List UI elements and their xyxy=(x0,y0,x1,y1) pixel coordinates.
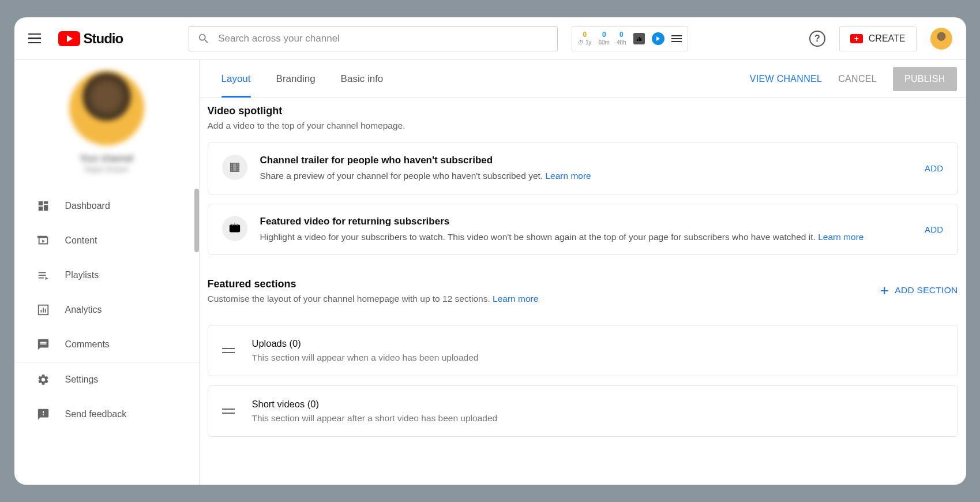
card-body: Featured video for returning subscribers… xyxy=(260,216,912,243)
svg-rect-4 xyxy=(43,201,47,204)
settings-icon xyxy=(36,373,50,387)
svg-rect-7 xyxy=(38,272,46,274)
learn-more-link[interactable]: Learn more xyxy=(493,294,538,304)
section-desc: This section will appear when a video ha… xyxy=(252,353,479,363)
content-icon xyxy=(36,234,50,248)
learn-more-link[interactable]: Learn more xyxy=(818,232,863,242)
stats-menu-icon[interactable] xyxy=(671,35,682,42)
sidebar-label: Analytics xyxy=(65,305,102,315)
stat-48h: 048h xyxy=(617,31,626,45)
svg-rect-11 xyxy=(40,310,42,313)
featured-video-icon xyxy=(222,216,247,241)
tab-basic-info[interactable]: Basic info xyxy=(328,60,396,98)
film-icon xyxy=(222,155,247,180)
sidebar-nav: Dashboard Content Playlists Analytics Co… xyxy=(14,189,199,432)
create-label: CREATE xyxy=(869,33,906,44)
sidebar-label: Comments xyxy=(65,339,110,350)
dashboard-icon xyxy=(36,199,50,213)
section-title: Uploads (0) xyxy=(252,338,479,349)
drag-handle-icon[interactable] xyxy=(222,348,235,353)
publish-button[interactable]: PUBLISH xyxy=(893,67,957,91)
sidebar-item-feedback[interactable]: Send feedback xyxy=(14,397,199,432)
stats-play-icon xyxy=(652,32,664,45)
top-header: Studio 0⏱ 1y 060m 048h ? CREATE xyxy=(14,17,966,60)
youtube-icon xyxy=(58,31,80,46)
stat-1y: 0⏱ 1y xyxy=(578,31,591,45)
tab-actions: VIEW CHANNEL CANCEL PUBLISH xyxy=(750,67,957,91)
svg-rect-12 xyxy=(43,308,44,312)
add-section-button[interactable]: + ADD SECTION xyxy=(880,283,958,298)
tab-layout[interactable]: Layout xyxy=(209,60,264,98)
sidebar-label: Playlists xyxy=(65,270,99,280)
body: Your channel Ralph Robert Dashboard Cont… xyxy=(14,60,966,485)
tab-bar: Layout Branding Basic info VIEW CHANNEL … xyxy=(200,60,966,98)
sidebar-item-analytics[interactable]: Analytics xyxy=(14,293,199,327)
search-icon xyxy=(197,32,210,45)
svg-rect-14 xyxy=(229,224,239,232)
svg-rect-5 xyxy=(43,205,47,211)
video-spotlight-desc: Add a video to the top of your channel h… xyxy=(208,121,958,131)
search-box[interactable] xyxy=(189,26,558,51)
card-text: Share a preview of your channel for peop… xyxy=(260,170,912,182)
create-button[interactable]: CREATE xyxy=(839,26,917,51)
featured-sections-title: Featured sections xyxy=(208,278,880,290)
section-short-videos: Short videos (0) This section will appea… xyxy=(208,385,958,437)
analytics-icon xyxy=(36,303,50,317)
plus-icon: + xyxy=(880,283,889,298)
sidebar-item-settings[interactable]: Settings xyxy=(14,362,199,397)
cancel-button[interactable]: CANCEL xyxy=(838,74,877,84)
section-title: Short videos (0) xyxy=(252,399,498,410)
section-uploads: Uploads (0) This section will appear whe… xyxy=(208,325,958,376)
featured-sections-header: Featured sections Customise the layout o… xyxy=(208,278,958,316)
sidebar-label: Content xyxy=(65,235,97,246)
create-video-icon xyxy=(850,34,863,43)
channel-name: Ralph Robert xyxy=(84,165,129,174)
sidebar-label: Settings xyxy=(65,374,99,385)
svg-rect-2 xyxy=(640,38,641,41)
user-avatar[interactable] xyxy=(930,28,952,50)
card-body: Channel trailer for people who haven't s… xyxy=(260,155,912,182)
hamburger-menu-icon[interactable] xyxy=(28,31,44,47)
comments-icon xyxy=(36,338,50,351)
app-window: Studio 0⏱ 1y 060m 048h ? CREATE Your cha… xyxy=(14,17,966,485)
view-channel-button[interactable]: VIEW CHANNEL xyxy=(750,74,822,84)
feedback-icon xyxy=(36,407,50,421)
section-body: Short videos (0) This section will appea… xyxy=(252,399,498,424)
sidebar-label: Send feedback xyxy=(65,409,127,419)
search-input[interactable] xyxy=(218,33,549,44)
featured-video-card: Featured video for returning subscribers… xyxy=(208,204,958,256)
channel-trailer-card: Channel trailer for people who haven't s… xyxy=(208,143,958,194)
learn-more-link[interactable]: Learn more xyxy=(545,171,591,181)
logo-text: Studio xyxy=(84,31,123,47)
card-title: Channel trailer for people who haven't s… xyxy=(260,155,912,166)
sidebar-item-content[interactable]: Content xyxy=(14,223,199,258)
video-spotlight-title: Video spotlight xyxy=(208,105,958,117)
stats-widget[interactable]: 0⏱ 1y 060m 048h xyxy=(572,26,688,51)
tab-branding[interactable]: Branding xyxy=(264,60,328,98)
sidebar: Your channel Ralph Robert Dashboard Cont… xyxy=(14,60,199,485)
svg-rect-1 xyxy=(639,37,640,41)
add-featured-button[interactable]: ADD xyxy=(925,224,944,234)
sidebar-item-comments[interactable]: Comments xyxy=(14,327,199,362)
drag-handle-icon[interactable] xyxy=(222,409,235,414)
section-desc: This section will appear after a short v… xyxy=(252,413,498,424)
add-trailer-button[interactable]: ADD xyxy=(925,163,944,173)
svg-rect-0 xyxy=(637,39,638,41)
help-icon[interactable]: ? xyxy=(809,31,825,47)
svg-rect-13 xyxy=(44,309,46,312)
main-content: Layout Branding Basic info VIEW CHANNEL … xyxy=(199,60,966,485)
card-title: Featured video for returning subscribers xyxy=(260,216,912,227)
sidebar-label: Dashboard xyxy=(65,201,110,211)
card-text: Highlight a video for your subscribers t… xyxy=(260,231,912,243)
channel-title: Your channel xyxy=(80,153,133,164)
channel-profile[interactable]: Your channel Ralph Robert xyxy=(69,70,144,174)
svg-rect-8 xyxy=(38,275,46,276)
section-body: Uploads (0) This section will appear whe… xyxy=(252,338,479,363)
sidebar-item-dashboard[interactable]: Dashboard xyxy=(14,189,199,223)
svg-rect-3 xyxy=(38,201,42,205)
sidebar-item-playlists[interactable]: Playlists xyxy=(14,258,199,293)
add-section-label: ADD SECTION xyxy=(895,285,958,295)
svg-rect-6 xyxy=(38,207,42,211)
sidebar-scrollbar[interactable] xyxy=(194,189,199,252)
studio-logo[interactable]: Studio xyxy=(58,31,123,47)
